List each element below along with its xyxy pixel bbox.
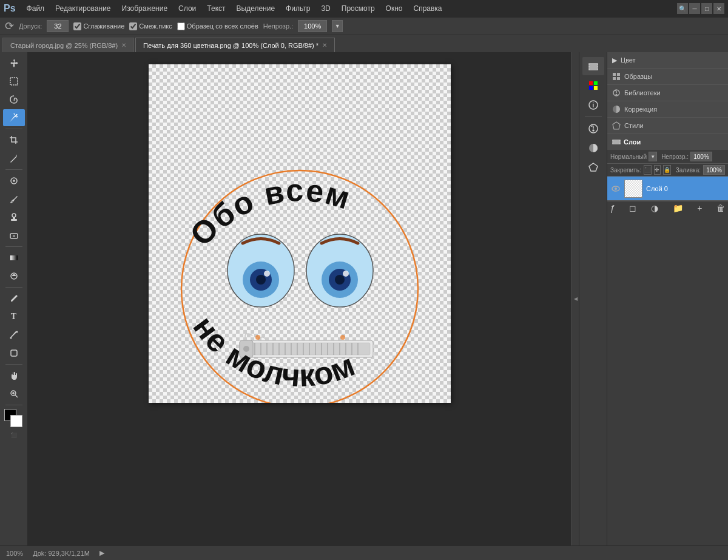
blend-mode-dropdown[interactable]: ▼ bbox=[649, 152, 657, 161]
tool-pen[interactable] bbox=[3, 290, 25, 307]
layer-item-0[interactable]: Слой 0 bbox=[607, 177, 728, 201]
lock-all-btn[interactable]: 🔒 bbox=[663, 165, 671, 175]
layer-visibility-icon[interactable] bbox=[611, 184, 621, 194]
antialias-wrap: Сглаживание bbox=[73, 22, 124, 30]
panel-icon-samples[interactable] bbox=[582, 76, 604, 95]
svg-rect-62 bbox=[589, 81, 593, 85]
tab-print[interactable]: Печать для 360 цветная.png @ 100% (Слой … bbox=[135, 38, 335, 52]
tool-eyedropper[interactable] bbox=[3, 150, 25, 167]
contiguous-label: Смеж.пикс bbox=[139, 22, 172, 30]
tool-magic-wand[interactable] bbox=[3, 109, 25, 126]
samples-grid-icon bbox=[612, 72, 621, 81]
tab-old-city[interactable]: Старый город.jpg @ 25% (RGB/8#) ✕ bbox=[2, 38, 134, 52]
panel-icon-info[interactable]: i bbox=[582, 96, 604, 114]
panels-container: i ▶ Цвет bbox=[579, 52, 728, 545]
lock-pos-btn[interactable]: ✛ bbox=[654, 165, 661, 175]
tool-brush[interactable] bbox=[3, 191, 25, 207]
tool-dodge[interactable] bbox=[3, 268, 25, 285]
menu-view[interactable]: Просмотр bbox=[337, 3, 380, 14]
color-panel-header[interactable]: ▶ Цвет bbox=[607, 52, 728, 68]
tool-options-icon: ⟳ bbox=[5, 19, 14, 33]
menu-layers[interactable]: Слои bbox=[174, 3, 201, 14]
add-group-btn[interactable]: 📁 bbox=[673, 203, 683, 213]
menu-3d[interactable]: 3D bbox=[316, 3, 335, 14]
tolerance-input[interactable] bbox=[47, 20, 69, 32]
contiguous-wrap: Смеж.пикс bbox=[129, 22, 172, 30]
panel-icon-libraries[interactable] bbox=[582, 120, 604, 138]
panel-icon-styles[interactable] bbox=[582, 158, 604, 177]
contiguous-checkbox[interactable] bbox=[129, 22, 137, 30]
tool-gradient[interactable] bbox=[3, 249, 25, 266]
tab-old-city-label: Старый город.jpg @ 25% (RGB/8#) bbox=[10, 42, 118, 49]
menubar: Ps Файл Редактирование Изображение Слои … bbox=[0, 0, 728, 17]
sample-all-wrap: Образец со всех слоёв bbox=[177, 22, 258, 30]
search-button[interactable]: 🔍 bbox=[677, 3, 688, 14]
document-canvas: Обо всем bbox=[149, 64, 451, 403]
fill-input[interactable] bbox=[703, 165, 725, 175]
panel-icon-correction[interactable] bbox=[582, 139, 604, 157]
menu-text[interactable]: Текст bbox=[202, 3, 230, 14]
tab-old-city-close[interactable]: ✕ bbox=[121, 42, 126, 49]
svg-rect-61 bbox=[589, 69, 598, 70]
tool-move[interactable] bbox=[3, 55, 25, 72]
tool-text[interactable]: T bbox=[3, 308, 25, 325]
svg-point-32 bbox=[343, 271, 349, 277]
maximize-button[interactable]: □ bbox=[701, 3, 712, 14]
collapse-panel-button[interactable]: ◀ bbox=[571, 52, 579, 545]
add-layer-btn[interactable]: + bbox=[697, 203, 702, 213]
window-controls: 🔍 ─ □ ✕ bbox=[677, 3, 724, 14]
opacity-dropdown[interactable]: ▼ bbox=[332, 20, 343, 32]
svg-line-3 bbox=[16, 116, 18, 117]
panel-icon-strip: i bbox=[579, 52, 607, 545]
delete-layer-btn[interactable]: 🗑 bbox=[716, 203, 725, 213]
tool-rect-select[interactable] bbox=[3, 73, 25, 90]
libraries-panel-header[interactable]: Библиотеки bbox=[607, 85, 728, 101]
lock-pixels-btn[interactable]: ⬛ bbox=[644, 165, 652, 175]
blend-mode-label: Нормальный bbox=[610, 153, 647, 160]
svg-point-25 bbox=[256, 275, 266, 285]
add-adjustment-btn[interactable]: ◑ bbox=[651, 203, 658, 213]
svg-rect-63 bbox=[594, 81, 598, 85]
sample-all-checkbox[interactable] bbox=[177, 22, 185, 30]
libraries-icon bbox=[612, 89, 621, 97]
layers-opacity-input[interactable] bbox=[690, 152, 712, 161]
tool-zoom[interactable] bbox=[3, 385, 25, 402]
quick-mask-toggle[interactable]: ⬛ bbox=[9, 431, 19, 439]
menu-image[interactable]: Изображение bbox=[117, 3, 173, 14]
menu-file[interactable]: Файл bbox=[22, 3, 50, 14]
add-mask-btn[interactable]: ◻ bbox=[629, 203, 636, 213]
tool-heal[interactable] bbox=[3, 172, 25, 189]
add-style-btn[interactable]: ƒ bbox=[610, 203, 615, 213]
tolerance-label: Допуск: bbox=[19, 22, 42, 30]
samples-panel-header[interactable]: Образцы bbox=[607, 69, 728, 84]
tool-hand[interactable] bbox=[3, 367, 25, 384]
svg-rect-74 bbox=[613, 77, 616, 80]
fill-label: Заливка: bbox=[676, 167, 701, 174]
tool-stamp[interactable] bbox=[3, 209, 25, 226]
tool-eraser[interactable] bbox=[3, 227, 25, 244]
layer-name: Слой 0 bbox=[646, 185, 668, 192]
tool-shape[interactable] bbox=[3, 345, 25, 362]
opacity-input[interactable] bbox=[298, 20, 327, 32]
tool-path-select[interactable] bbox=[3, 326, 25, 343]
minimize-button[interactable]: ─ bbox=[689, 3, 700, 14]
menu-filter[interactable]: Фильтр bbox=[281, 3, 315, 14]
styles-panel-header[interactable]: Стили bbox=[607, 118, 728, 133]
correction-panel-header[interactable]: Коррекция bbox=[607, 101, 728, 117]
menu-edit[interactable]: Редактирование bbox=[50, 3, 115, 14]
background-color[interactable] bbox=[10, 415, 22, 427]
menu-window[interactable]: Окно bbox=[381, 3, 408, 14]
svg-point-77 bbox=[616, 94, 617, 95]
tool-crop[interactable] bbox=[3, 132, 25, 149]
correction-section: Коррекция bbox=[607, 101, 728, 118]
close-button[interactable]: ✕ bbox=[713, 3, 724, 14]
canvas-area[interactable]: Обо всем bbox=[28, 52, 571, 545]
tab-print-close[interactable]: ✕ bbox=[322, 42, 327, 49]
menu-select[interactable]: Выделение bbox=[232, 3, 280, 14]
tool-lasso[interactable] bbox=[3, 91, 25, 108]
opacity-layers-label: Непрозр.: bbox=[661, 153, 689, 160]
menu-help[interactable]: Справка bbox=[408, 3, 447, 14]
panel-icon-layers[interactable] bbox=[582, 57, 604, 75]
status-arrow[interactable]: ▶ bbox=[99, 549, 104, 557]
antialias-checkbox[interactable] bbox=[73, 22, 81, 30]
